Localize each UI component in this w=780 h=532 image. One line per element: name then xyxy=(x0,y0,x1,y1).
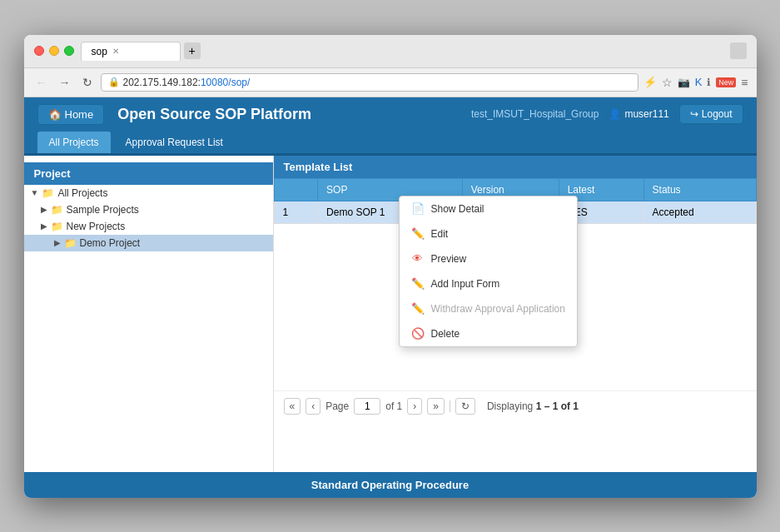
sidebar-header: Project xyxy=(24,162,273,185)
pagination: « ‹ Page of 1 › » ↻ Displaying 1 – 1 of … xyxy=(274,390,757,421)
footer-label: Standard Operating Procedure xyxy=(311,479,469,491)
tab-close-icon[interactable]: ✕ xyxy=(112,47,119,56)
context-menu: 📄 Show Detail ✏️ Edit 👁 Preview ✏️ Add I… xyxy=(399,196,578,347)
divider xyxy=(450,400,450,412)
folder-icon: 📁 xyxy=(64,237,77,249)
close-button[interactable] xyxy=(34,46,44,56)
tab-bar: sop ✕ + xyxy=(81,42,723,61)
tab-all-projects[interactable]: All Projects xyxy=(37,132,111,153)
arrow-icon: ▶ xyxy=(41,221,47,231)
home-label: Home xyxy=(65,108,94,121)
user-info: test_IMSUT_Hospital_Group 👤 muser111 ↪ L… xyxy=(471,104,743,124)
info-icon[interactable]: ℹ xyxy=(707,77,711,88)
col-status: Status xyxy=(643,178,756,201)
arrow-icon: ▼ xyxy=(31,188,39,197)
last-page-button[interactable]: » xyxy=(427,398,445,415)
tree-item-all-projects[interactable]: ▼ 📁 All Projects xyxy=(24,185,273,201)
kaspersky-icon: K xyxy=(695,76,703,88)
sidebar: Project ▼ 📁 All Projects ▶ 📁 Sample Proj… xyxy=(24,156,274,472)
app-footer: Standard Operating Procedure xyxy=(24,472,757,498)
delete-icon: 🚫 xyxy=(411,327,425,341)
preview-icon: 👁 xyxy=(411,252,425,266)
tab-approval-request-list[interactable]: Approval Request List xyxy=(114,132,235,153)
withdraw-icon: ✏️ xyxy=(411,302,425,316)
browser-window: sop ✕ + ← → ↻ 🔒 202.175.149.182:10080/so… xyxy=(24,35,757,498)
address-bar[interactable]: 🔒 202.175.149.182:10080/sop/ xyxy=(101,73,638,92)
browser-toolbar: ← → ↻ 🔒 202.175.149.182:10080/sop/ ⚡ ☆ 📷… xyxy=(24,68,757,97)
menu-icon[interactable]: ≡ xyxy=(741,76,748,89)
first-page-button[interactable]: « xyxy=(284,398,301,415)
cell-num: 1 xyxy=(274,201,318,223)
cell-status: Accepted xyxy=(643,201,756,223)
new-tab-button[interactable]: + xyxy=(184,42,201,59)
refresh-button[interactable]: ↻ xyxy=(79,74,96,91)
home-icon: 🏠 xyxy=(48,108,62,121)
folder-icon: 📁 xyxy=(42,187,54,199)
logout-button[interactable]: ↪ Logout xyxy=(679,104,743,124)
folder-icon: 📁 xyxy=(51,221,63,232)
minimize-button[interactable] xyxy=(49,46,59,56)
home-button[interactable]: 🏠 Home xyxy=(37,104,105,125)
address-path: 10080/sop/ xyxy=(201,77,250,88)
template-header: Template List xyxy=(274,156,757,178)
tab-label: sop xyxy=(92,46,107,57)
arrow-icon: ▶ xyxy=(54,238,61,247)
forward-button[interactable]: → xyxy=(56,74,74,91)
of-label: of 1 xyxy=(385,400,402,412)
arrow-icon: ▶ xyxy=(41,205,47,214)
menu-item-preview[interactable]: 👁 Preview xyxy=(400,246,577,271)
menu-item-delete[interactable]: 🚫 Delete xyxy=(400,321,577,346)
user-icon-symbol: 👤 xyxy=(609,108,621,120)
main-content: Project ▼ 📁 All Projects ▶ 📁 Sample Proj… xyxy=(24,156,757,472)
menu-item-withdraw: ✏️ Withdraw Approval Application xyxy=(400,296,577,321)
tree-item-demo-project[interactable]: ▶ 📁 Demo Project xyxy=(24,235,273,251)
app-title: Open Source SOP Platform xyxy=(117,106,471,123)
menu-item-edit[interactable]: ✏️ Edit xyxy=(400,221,577,246)
browser-tab[interactable]: sop ✕ xyxy=(81,42,181,61)
bookmark-icon[interactable]: ☆ xyxy=(662,76,673,89)
tree-item-new-projects[interactable]: ▶ 📁 New Projects xyxy=(24,218,273,235)
user-name: 👤 muser111 xyxy=(609,108,668,120)
template-area: Template List SOP Version Latest Status … xyxy=(274,156,757,472)
org-name: test_IMSUT_Hospital_Group xyxy=(471,108,599,120)
menu-item-add-input-form[interactable]: ✏️ Add Input Form xyxy=(400,271,577,296)
screenshot-icon[interactable]: 📷 xyxy=(678,77,690,88)
address-prefix: 202.175.149.182: xyxy=(123,77,201,88)
browser-titlebar: sop ✕ + xyxy=(24,35,757,68)
maximize-button[interactable] xyxy=(64,46,74,56)
app-header: 🏠 Home Open Source SOP Platform test_IMS… xyxy=(24,97,757,132)
add-icon: ✏️ xyxy=(411,277,425,291)
tree-item-sample-projects[interactable]: ▶ 📁 Sample Projects xyxy=(24,201,273,218)
edit-icon: ✏️ xyxy=(411,227,425,241)
prev-page-button[interactable]: ‹ xyxy=(306,398,320,415)
page-input[interactable] xyxy=(354,398,380,415)
new-badge: New xyxy=(716,77,736,87)
next-page-button[interactable]: › xyxy=(407,398,422,415)
detail-icon: 📄 xyxy=(411,202,425,216)
col-num xyxy=(274,178,318,201)
page-label: Page xyxy=(325,400,349,412)
nav-tabs: All Projects Approval Request List xyxy=(24,132,757,156)
menu-item-show-detail[interactable]: 📄 Show Detail xyxy=(400,196,577,221)
extensions-icon[interactable]: ⚡ xyxy=(643,76,657,88)
refresh-list-button[interactable]: ↻ xyxy=(455,398,475,415)
folder-icon: 📁 xyxy=(51,204,63,216)
logout-icon: ↪ xyxy=(690,108,698,120)
traffic-lights xyxy=(34,46,74,56)
back-button[interactable]: ← xyxy=(32,74,51,91)
page-info: Displaying 1 – 1 of 1 xyxy=(487,400,579,412)
user-icon xyxy=(730,42,747,59)
toolbar-icons: ⚡ ☆ 📷 K ℹ New ≡ xyxy=(643,76,748,89)
address-text: 202.175.149.182:10080/sop/ xyxy=(123,77,631,88)
